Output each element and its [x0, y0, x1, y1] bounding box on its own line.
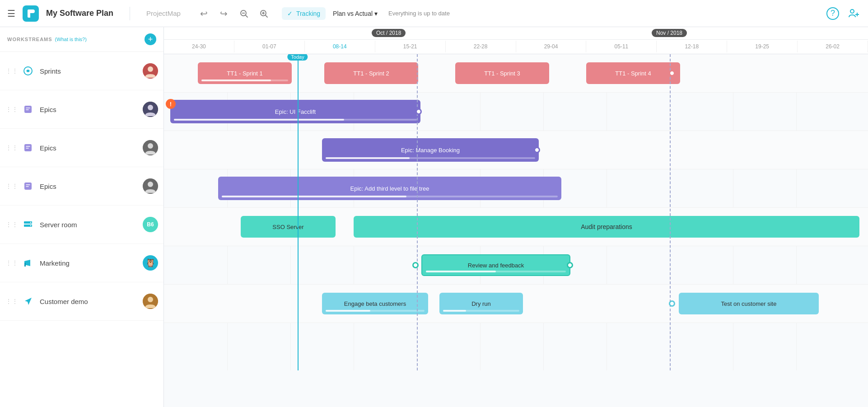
sidebar-item-server-room[interactable]: ⋮⋮ Server room B6: [0, 206, 163, 244]
zoom-in-button[interactable]: [257, 6, 271, 21]
header-right: ?: [826, 6, 861, 21]
sidebar-item-marketing[interactable]: ⋮⋮ Marketing 🦉: [0, 244, 163, 282]
review-feedback-bar[interactable]: Review and feedback: [421, 254, 570, 276]
today-line: Today: [298, 54, 299, 370]
help-button[interactable]: ?: [826, 7, 839, 20]
engage-progress-fill: [326, 310, 370, 312]
plan-actual-dropdown[interactable]: Plan vs Actual ▾: [333, 10, 378, 17]
sprint-4-bar[interactable]: TT1 - Sprint 4: [586, 62, 680, 84]
epics-3-bar[interactable]: Epic: Add third level to file tree: [218, 177, 561, 200]
gantt-inner: Oct / 2018 Nov / 2018 24-30 01-07 08-14 …: [164, 27, 868, 407]
sidebar-item-epics-3[interactable]: ⋮⋮ Epics ⋮: [0, 167, 163, 206]
customer-demo-label: Customer demo: [40, 298, 143, 305]
drag-handle-icon: ⋮⋮: [5, 221, 18, 228]
marketing-progress-fill: [426, 271, 496, 272]
epics-1-icon: [22, 103, 34, 116]
week-29-04: 29-04: [516, 41, 587, 52]
epics-2-label: Epics: [40, 144, 143, 152]
svg-line-6: [266, 15, 267, 17]
sprint-3-bar[interactable]: TT1 - Sprint 3: [455, 62, 549, 84]
plan-actual-label: Plan vs Actual: [333, 10, 373, 17]
customer-milestone: [669, 300, 675, 307]
dry-run-progress: [443, 310, 519, 312]
gantt-row-marketing: Review and feedback: [164, 246, 868, 285]
dashed-line-1: [417, 54, 418, 370]
gantt-area: Oct / 2018 Nov / 2018 24-30 01-07 08-14 …: [164, 27, 868, 407]
sso-server-bar[interactable]: SSO Server: [241, 216, 336, 238]
epics-3-progress-fill: [222, 196, 406, 197]
svg-point-7: [850, 9, 854, 13]
customer-demo-avatar: [143, 294, 158, 309]
sprints-label: Sprints: [40, 67, 143, 75]
sprint-2-bar[interactable]: TT1 - Sprint 2: [324, 62, 418, 84]
undo-button[interactable]: ↩: [197, 6, 211, 21]
epics-1-milestone: [415, 108, 422, 115]
epics-3-avatar: [143, 178, 158, 194]
sidebar-item-epics-2[interactable]: ⋮⋮ Epics: [0, 129, 163, 167]
menu-button[interactable]: ☰: [7, 8, 15, 19]
dry-run-bar[interactable]: Dry run: [439, 293, 523, 314]
server-room-label: Server room: [40, 221, 143, 229]
drag-handle-icon: ⋮⋮: [5, 182, 18, 190]
gantt-row-server: SSO Server Audit preparations: [164, 208, 868, 246]
sprint-4-milestone: [669, 70, 675, 76]
marketing-milestone-right: [567, 262, 573, 268]
marketing-avatar: 🦉: [143, 255, 158, 271]
sprints-avatar: [143, 63, 158, 79]
redo-button[interactable]: ↪: [217, 6, 231, 21]
dry-run-progress-fill: [443, 310, 466, 312]
week-05-11: 05-11: [586, 41, 657, 52]
week-22-28: 22-28: [446, 41, 516, 52]
logo: [23, 5, 39, 22]
engage-beta-bar[interactable]: Engage beta customers: [322, 293, 428, 314]
week-08-14: 08-14: [305, 41, 375, 52]
svg-rect-13: [24, 106, 32, 113]
svg-rect-19: [24, 182, 32, 190]
epics-1-label: Epics: [40, 106, 143, 113]
engage-progress: [326, 310, 425, 312]
week-19-25: 19-25: [727, 41, 798, 52]
zoom-out-button[interactable]: [237, 6, 251, 21]
sidebar-item-epics-1[interactable]: ⋮⋮ Epics: [0, 90, 163, 129]
sidebar-item-customer-demo[interactable]: ⋮⋮ Customer demo: [0, 282, 163, 321]
epics-2-progress-fill: [326, 157, 410, 159]
gantt-row-customer: Engage beta customers Dry run Test on cu…: [164, 285, 868, 323]
marketing-label: Marketing: [40, 259, 143, 267]
projectmap-label: ProjectMap: [137, 9, 190, 17]
add-workstream-button[interactable]: +: [145, 33, 156, 45]
tracking-label: Tracking: [296, 10, 320, 17]
marketing-progress: [426, 271, 566, 272]
svg-point-28: [148, 297, 153, 302]
sidebar-item-sprints[interactable]: ⋮⋮ Sprints: [0, 52, 163, 90]
epics-3-icon: [22, 180, 34, 192]
epics-3-progress: [222, 196, 558, 197]
sprint-1-progress-fill: [201, 80, 271, 81]
svg-point-24: [30, 222, 31, 223]
epics-1-bar[interactable]: Epic: UI Facclift: [170, 100, 420, 123]
epics-1-progress: [174, 119, 417, 121]
add-user-button[interactable]: [846, 6, 861, 21]
drag-handle-icon: ⋮⋮: [5, 298, 18, 305]
epics-2-bar[interactable]: Epic: Manage Booking: [322, 138, 539, 162]
epics-2-progress: [326, 157, 535, 159]
customer-demo-icon: [22, 295, 34, 308]
audit-preparations-bar[interactable]: Audit preparations: [354, 216, 859, 238]
oct-2018-label: Oct / 2018: [372, 29, 406, 37]
svg-point-18: [148, 143, 153, 149]
epics-1-progress-fill: [174, 119, 344, 121]
header-actions: ↩ ↪: [197, 6, 271, 21]
gantt-body: Today TT1 - Sprint 1 TT1 - Sprint 2 TT1: [164, 54, 868, 323]
test-customer-site-bar[interactable]: Test on customer site: [679, 293, 819, 314]
what-is-this-link[interactable]: (What is this?): [55, 37, 87, 42]
marketing-icon: [22, 257, 34, 269]
dashed-line-2: [670, 54, 671, 370]
sidebar-header: WORKSTREAMS (What is this?) +: [0, 27, 163, 52]
week-01-07: 01-07: [234, 41, 305, 52]
svg-point-21: [148, 182, 153, 187]
sprint-1-bar[interactable]: TT1 - Sprint 1: [198, 62, 292, 84]
gantt-row-epics-2: Epic: Manage Booking: [164, 131, 868, 169]
svg-line-2: [246, 15, 247, 17]
epics-2-milestone: [534, 147, 540, 153]
gantt-row-sprints: TT1 - Sprint 1 TT1 - Sprint 2 TT1 - Spri…: [164, 54, 868, 93]
month-row: Oct / 2018 Nov / 2018: [164, 27, 868, 40]
